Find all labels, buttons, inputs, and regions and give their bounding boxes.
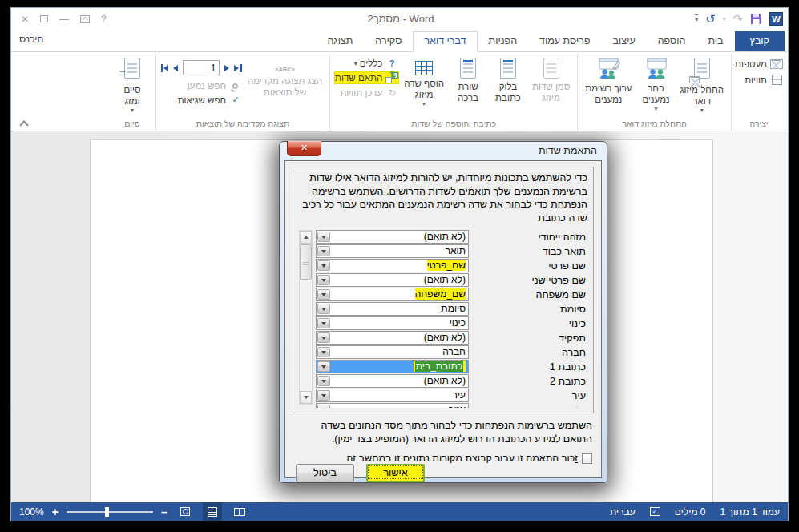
dropdown-arrow-icon[interactable] [317, 318, 330, 328]
field-dropdown[interactable]: (לא תואם) [316, 230, 469, 244]
dropdown-arrow-icon[interactable] [317, 275, 330, 285]
dropdown-arrow-icon[interactable] [317, 347, 330, 357]
sign-in-link[interactable]: היכנס [19, 34, 44, 45]
current-record-input[interactable]: 1 [183, 60, 220, 75]
cancel-button[interactable]: ביטול [296, 464, 354, 482]
proofing-status-icon[interactable] [650, 507, 660, 516]
ribbon-tab[interactable]: בית [696, 31, 734, 51]
greeting-line-button[interactable]: שורת ברכה [448, 54, 488, 117]
field-dropdown[interactable]: (לא תואם) [316, 273, 469, 287]
dropdown-arrow-icon[interactable] [317, 405, 330, 408]
field-list-scrollbar[interactable] [299, 230, 313, 405]
redo-dropdown-icon[interactable]: ▾ [723, 16, 726, 22]
ribbon-tab[interactable]: הוספה [647, 31, 697, 51]
field-dropdown[interactable]: שם_פרטי [316, 259, 469, 272]
print-layout-view-button[interactable] [203, 502, 222, 521]
group-finish: → סיים ומזג סיום [109, 54, 155, 131]
field-dropdown[interactable]: אזור [316, 403, 469, 408]
scroll-down-icon[interactable] [300, 391, 312, 404]
select-recipients-icon [644, 58, 668, 80]
undo-icon[interactable]: ↺ [705, 14, 716, 24]
zoom-out-icon[interactable]: – [161, 506, 167, 518]
next-record-button[interactable] [173, 65, 178, 71]
ribbon-tab[interactable]: תצוגה [316, 31, 364, 51]
edit-recipient-list-icon [596, 58, 620, 80]
ribbon-tab[interactable]: סקירה [364, 31, 413, 51]
dropdown-arrow-icon[interactable] [317, 289, 330, 300]
check-errors-button[interactable]: ✓ חפש שגיאות [161, 95, 242, 105]
zoom-in-icon[interactable]: + [52, 506, 59, 518]
word-count[interactable]: 0 מילים [675, 506, 706, 518]
field-dropdown[interactable]: (לא תואם) [316, 374, 469, 388]
dropdown-arrow-icon[interactable] [317, 260, 330, 271]
dropdown-arrow-icon[interactable] [317, 332, 330, 343]
web-layout-view-button[interactable] [176, 502, 195, 521]
zoom-slider-thumb[interactable] [105, 507, 109, 517]
close-window-icon[interactable]: ✕ [21, 14, 29, 25]
ribbon: מעטפות תוויות יצירה [11, 51, 788, 131]
scroll-up-icon[interactable] [300, 231, 312, 244]
address-block-button[interactable]: בלוק כתובת [488, 54, 528, 117]
status-bar: 100% + – עמוד 1 מתוך 1 0 מילים עברית [11, 502, 788, 521]
envelope-icon [770, 59, 783, 69]
select-recipients-button[interactable]: בחר נמענים [636, 54, 676, 117]
preview-results-button[interactable]: «ABC» הצג תצוגה מקדימה של תוצאות [244, 54, 326, 117]
edit-recipient-list-button[interactable]: ערוך רשימת נמענים [581, 54, 636, 117]
highlight-merge-fields-button[interactable]: סמן שדות מיזוג [528, 54, 574, 117]
rules-button[interactable]: ? כללים ▾ [335, 58, 398, 68]
redo-icon[interactable]: ↷ [732, 14, 743, 24]
minimize-window-icon[interactable]: — [59, 14, 69, 25]
dropdown-arrow-icon[interactable] [317, 376, 330, 386]
field-label: תפקיד [469, 332, 587, 344]
dialog-footer-text: השתמש ברשימות הנפתחות כדי לבחור מתוך מסד… [294, 419, 592, 445]
scrollbar-thumb[interactable] [300, 244, 312, 280]
dropdown-arrow-icon[interactable] [317, 246, 330, 256]
field-dropdown[interactable]: תואר [316, 244, 469, 258]
dropdown-arrow-icon[interactable] [317, 304, 330, 314]
ribbon-tab[interactable]: הפניות [478, 31, 529, 51]
collapse-ribbon-icon[interactable] [21, 119, 27, 126]
dropdown-arrow-icon[interactable] [317, 232, 330, 242]
zoom-slider[interactable] [67, 511, 153, 513]
ribbon-display-options-icon[interactable] [80, 15, 90, 23]
save-icon[interactable] [750, 13, 762, 25]
field-dropdown[interactable]: שם_משפחה [316, 288, 469, 301]
field-dropdown[interactable]: סיומת [316, 302, 469, 316]
group-name-write: כתיבה והוספה של שדות [333, 117, 574, 131]
last-record-button[interactable] [161, 64, 169, 72]
ribbon-tab[interactable]: קובץ [735, 31, 785, 51]
field-dropdown[interactable]: כתובת_בית [316, 360, 469, 373]
envelopes-button[interactable]: מעטפות [735, 59, 783, 69]
status-bar-left: 100% + – [19, 502, 249, 521]
insert-merge-field-button[interactable]: הוסף שדה מיזוג [400, 54, 448, 117]
field-dropdown[interactable]: עיר [316, 389, 469, 402]
page-indicator[interactable]: עמוד 1 מתוך 1 [720, 506, 780, 518]
first-record-button[interactable] [234, 64, 242, 72]
zoom-level[interactable]: 100% [19, 506, 44, 518]
dropdown-arrow-icon[interactable] [317, 390, 330, 401]
match-fields-button[interactable]: ⇅ התאם שדות [335, 72, 398, 83]
ribbon-tab[interactable]: דברי דואר [413, 31, 477, 52]
read-mode-view-button[interactable] [230, 502, 249, 521]
dropdown-arrow-icon[interactable] [317, 361, 330, 372]
start-mail-merge-button[interactable]: התחל מיזוג דואר [676, 54, 728, 117]
field-dropdown[interactable]: חברה [316, 345, 469, 359]
field-dropdown[interactable]: (לא תואם) [316, 331, 469, 345]
maximize-window-icon[interactable] [40, 15, 48, 22]
ok-button[interactable]: אישור [366, 464, 425, 482]
language-indicator[interactable]: עברית [610, 506, 636, 518]
dialog-close-icon[interactable]: ✕ [287, 141, 321, 156]
help-icon[interactable]: ? [101, 14, 107, 25]
labels-button[interactable]: תוויות [735, 75, 783, 85]
ribbon-tab[interactable]: עיצוב [602, 31, 647, 51]
update-labels-button[interactable]: ↻ עדכן תוויות [335, 87, 398, 99]
find-recipient-button[interactable]: חפש נמען [161, 81, 242, 91]
check-errors-icon: ✓ [229, 95, 242, 105]
previous-record-button[interactable] [224, 65, 229, 71]
field-dropdown[interactable]: כינוי [316, 316, 469, 330]
customize-qat-icon[interactable]: ▾ [695, 14, 698, 23]
ribbon-tab[interactable]: פריסת עמוד [528, 31, 602, 51]
field-value: כינוי [331, 317, 468, 329]
finish-merge-button[interactable]: → סיים ומזג [112, 54, 152, 117]
remember-match-checkbox[interactable] [582, 453, 592, 464]
